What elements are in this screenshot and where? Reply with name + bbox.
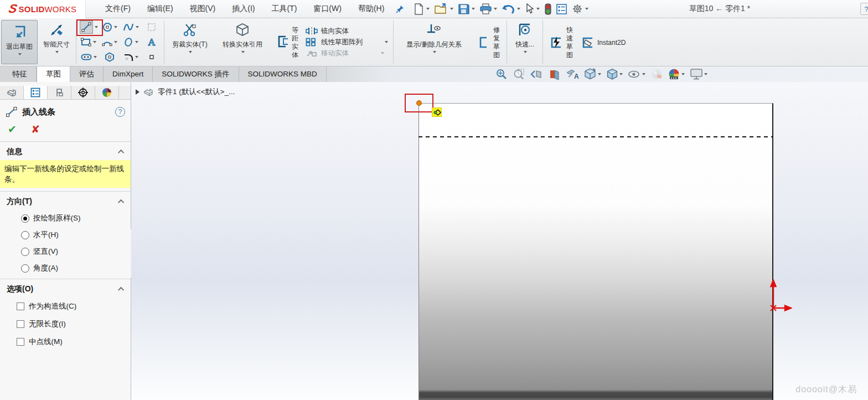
dropdown-arrow[interactable] <box>18 53 22 55</box>
polygon-tool-button[interactable] <box>99 50 120 65</box>
dropdown-arrow[interactable] <box>472 8 475 10</box>
display-delete-relations-button[interactable]: 显示/删除几何关系 <box>395 18 473 66</box>
pin-menu-icon[interactable] <box>396 5 404 13</box>
instant2d-button[interactable]: Instant2D <box>577 18 618 66</box>
previous-view-button[interactable] <box>530 69 543 80</box>
dropdown-arrow[interactable] <box>385 41 388 43</box>
dropdown-arrow[interactable] <box>94 56 97 58</box>
dropdown-arrow[interactable] <box>135 41 138 43</box>
orientation-section-header[interactable]: 方向(T) <box>0 192 131 210</box>
smart-dimension-button[interactable]: 智能尺寸 <box>39 18 74 66</box>
message-section-header[interactable]: 信息 <box>0 142 131 160</box>
flyout-expand-icon[interactable] <box>136 89 140 95</box>
exit-sketch-button[interactable]: 退出草图 <box>1 20 38 64</box>
menu-file[interactable]: 文件(F) <box>98 1 138 17</box>
cancel-button[interactable]: ✘ <box>31 123 40 136</box>
dimxpert-manager-tab[interactable] <box>71 86 95 99</box>
checkbox-icon[interactable] <box>17 338 24 346</box>
menu-edit[interactable]: 编辑(E) <box>140 1 180 17</box>
radio-angle[interactable]: 角度(A) <box>0 260 131 276</box>
tab-solidworks-addins[interactable]: SOLIDWORKS 插件 <box>153 66 239 82</box>
line-start-point[interactable] <box>416 100 422 106</box>
edit-appearance-button[interactable] <box>668 68 685 80</box>
dropdown-arrow[interactable] <box>681 73 685 75</box>
radio-as-sketched[interactable]: 按绘制原样(S) <box>0 210 131 227</box>
dropdown-arrow[interactable] <box>426 8 430 10</box>
linear-sketch-pattern-button[interactable]: 线性草图阵列 <box>306 38 388 47</box>
radio-icon[interactable] <box>21 248 29 256</box>
point-tool-button[interactable] <box>141 50 162 65</box>
property-manager-tab[interactable] <box>24 86 48 99</box>
view-settings-button[interactable] <box>690 68 707 80</box>
dropdown-arrow[interactable] <box>536 8 540 10</box>
dropdown-arrow[interactable] <box>189 51 192 53</box>
zoom-to-area-button[interactable] <box>513 68 525 80</box>
dropdown-arrow[interactable] <box>381 52 384 54</box>
collapse-chevron-icon[interactable] <box>118 199 124 206</box>
dropdown-arrow[interactable] <box>241 51 245 53</box>
quick-snaps-button[interactable]: 快速... <box>509 18 541 66</box>
menu-window[interactable]: 窗口(W) <box>306 1 349 17</box>
rectangle-tool-button[interactable] <box>78 35 99 50</box>
print-button[interactable] <box>478 2 499 16</box>
rebuild-traffic-light-button[interactable] <box>543 2 553 16</box>
open-document-button[interactable] <box>433 2 455 16</box>
hide-show-items-button[interactable] <box>628 69 645 79</box>
menu-view[interactable]: 视图(V) <box>183 1 223 17</box>
view-orientation-button[interactable] <box>584 68 601 80</box>
checkbox-icon[interactable] <box>17 302 24 310</box>
options-list-button[interactable] <box>555 3 569 16</box>
tab-sketch[interactable]: 草图 <box>37 66 70 82</box>
sketch-plane-button[interactable] <box>141 20 162 35</box>
slot-tool-button[interactable] <box>78 50 99 65</box>
menu-insert[interactable]: 插入(I) <box>225 1 262 17</box>
new-document-button[interactable] <box>412 2 431 16</box>
tab-evaluate[interactable]: 评估 <box>70 66 104 82</box>
ellipse-tool-button[interactable] <box>120 35 141 50</box>
dropdown-arrow[interactable] <box>642 73 645 75</box>
dropdown-arrow[interactable] <box>619 73 623 75</box>
annotation-view-button[interactable]: A <box>566 68 579 80</box>
tab-solidworks-mbd[interactable]: SOLIDWORKS MBD <box>239 66 327 82</box>
offset-entities-button[interactable]: 等距实体 <box>271 18 302 66</box>
move-entities-button[interactable]: 移动实体 <box>306 49 388 58</box>
dropdown-arrow[interactable] <box>55 51 59 53</box>
dropdown-arrow[interactable] <box>517 8 520 10</box>
radio-icon[interactable] <box>21 231 29 239</box>
checkbox-construction-line[interactable]: 作为构造线(C) <box>0 298 131 315</box>
radio-icon[interactable] <box>21 214 29 223</box>
radio-icon[interactable] <box>21 264 29 273</box>
dropdown-arrow[interactable] <box>598 73 601 75</box>
fillet-tool-button[interactable] <box>120 50 141 65</box>
collapse-chevron-icon[interactable] <box>118 287 124 293</box>
sketch-dashed-line[interactable] <box>418 136 773 137</box>
configuration-manager-tab[interactable] <box>48 86 71 99</box>
checkbox-icon[interactable] <box>17 320 24 328</box>
select-cursor-button[interactable] <box>524 2 541 16</box>
dropdown-arrow[interactable] <box>450 8 453 10</box>
display-style-button[interactable] <box>606 68 623 80</box>
appearance-sphere-button[interactable] <box>650 68 663 80</box>
save-button[interactable] <box>457 2 477 16</box>
dropdown-arrow[interactable] <box>114 26 117 28</box>
undo-button[interactable] <box>500 3 522 16</box>
trim-entities-button[interactable]: 剪裁实体(T) <box>166 18 214 66</box>
zoom-to-fit-button[interactable] <box>495 68 508 80</box>
menu-tools[interactable]: 工具(T) <box>264 1 304 17</box>
dropdown-arrow[interactable] <box>114 41 117 43</box>
ok-button[interactable]: ✔ <box>8 123 17 136</box>
convert-entities-button[interactable]: 转换实体引用 <box>214 18 271 66</box>
dropdown-arrow[interactable] <box>93 41 96 43</box>
arc-tool-button[interactable] <box>99 35 120 50</box>
part-tree-item[interactable]: 零件1 (默认<<默认>_... <box>158 87 235 97</box>
dropdown-arrow[interactable] <box>494 8 497 10</box>
spline-tool-button[interactable] <box>120 20 141 35</box>
panel-help-icon[interactable]: ? <box>115 107 125 117</box>
dropdown-arrow[interactable] <box>433 51 436 53</box>
dropdown-arrow[interactable] <box>524 51 527 53</box>
model-face[interactable] <box>418 103 773 400</box>
checkbox-midpoint-line[interactable]: 中点线(M) <box>0 333 131 351</box>
flyout-feature-tree[interactable]: 零件1 (默认<<默认>_... <box>136 87 235 97</box>
settings-gear-button[interactable] <box>570 2 590 16</box>
radio-horizontal[interactable]: 水平(H) <box>0 227 131 243</box>
